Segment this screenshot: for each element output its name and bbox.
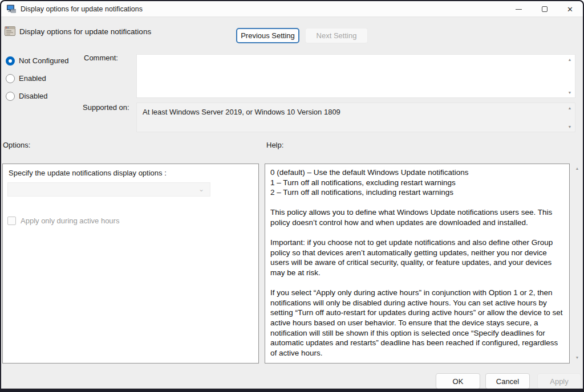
radio-label: Enabled: [19, 74, 46, 83]
supported-on-value: At least Windows Server 2019, or Windows…: [143, 108, 340, 116]
window-title: Display options for update notifications: [21, 5, 143, 13]
window-frame: Display options for update notifications…: [0, 0, 584, 392]
supported-on-label: Supported on:: [83, 103, 129, 112]
policy-title: Display options for update notifications: [19, 27, 151, 36]
radio-label: Not Configured: [19, 56, 68, 65]
comment-label: Comment:: [84, 54, 118, 62]
maximize-button[interactable]: [532, 1, 557, 17]
checkbox-label: Apply only during active hours: [21, 217, 119, 225]
ok-button[interactable]: OK: [436, 373, 480, 389]
radio-not-configured[interactable]: Not Configured: [6, 56, 68, 66]
minimize-icon: [516, 9, 522, 10]
radio-disabled[interactable]: Disabled: [6, 91, 48, 101]
scroll-up-icon[interactable]: ▲: [573, 166, 581, 170]
previous-setting-button[interactable]: Previous Setting: [236, 28, 299, 43]
radio-label: Disabled: [19, 92, 48, 100]
dropdown-label: Specify the update notifications display…: [9, 169, 167, 177]
minimize-button[interactable]: [506, 1, 532, 17]
options-section-label: Options:: [3, 141, 30, 149]
comment-textarea[interactable]: ▲ ▼: [136, 54, 575, 98]
help-paragraph: This policy allows you to define what Wi…: [270, 207, 563, 227]
next-setting-button[interactable]: Next Setting: [305, 28, 368, 43]
computer-icon: [6, 5, 16, 13]
title-bar: Display options for update notifications…: [1, 1, 583, 17]
supported-on-box[interactable]: At least Windows Server 2019, or Windows…: [136, 103, 575, 132]
scroll-up-icon[interactable]: ▲: [566, 106, 573, 110]
active-hours-checkbox[interactable]: Apply only during active hours: [7, 217, 119, 225]
close-button[interactable]: ✕: [557, 1, 583, 17]
dialog-window: Display options for update notifications…: [1, 1, 583, 389]
help-line: 2 – Turn off all notifications, includin…: [270, 187, 563, 198]
checkbox-icon: [7, 217, 16, 225]
help-paragraph: Important: if you choose not to get upda…: [270, 238, 563, 277]
help-text: 0 (default) – Use the default Windows Up…: [265, 164, 569, 358]
scroll-down-icon[interactable]: ▼: [566, 125, 573, 129]
options-panel: Specify the update notifications display…: [2, 164, 259, 364]
apply-button[interactable]: Apply: [537, 373, 581, 389]
window-controls: ✕: [506, 1, 583, 17]
help-line: 0 (default) – Use the default Windows Up…: [270, 168, 563, 178]
scroll-down-icon[interactable]: ▼: [573, 356, 581, 360]
cancel-button[interactable]: Cancel: [485, 373, 530, 389]
scroll-down-icon[interactable]: ▼: [566, 91, 573, 95]
close-icon: ✕: [567, 5, 573, 14]
help-section-label: Help:: [266, 141, 283, 149]
help-line: 1 – Turn off all notifications, excludin…: [270, 178, 563, 188]
policy-setting-icon: [5, 26, 15, 36]
radio-enabled[interactable]: Enabled: [6, 74, 46, 83]
notification-display-options-dropdown[interactable]: ⌄: [7, 182, 210, 197]
radio-unselected-icon: [6, 92, 15, 101]
chevron-down-icon: ⌄: [198, 183, 204, 195]
help-panel[interactable]: 0 (default) – Use the default Windows Up…: [265, 164, 570, 364]
radio-unselected-icon: [6, 74, 15, 83]
maximize-icon: [542, 6, 548, 12]
help-paragraph: If you select “Apply only during active …: [270, 288, 563, 358]
scroll-up-icon[interactable]: ▲: [566, 58, 573, 62]
radio-selected-icon: [6, 56, 15, 66]
